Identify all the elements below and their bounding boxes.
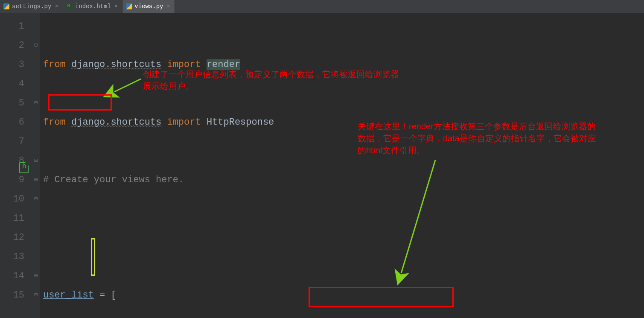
change-marker bbox=[91, 238, 95, 276]
code-area[interactable]: from django.shortcuts import render from… bbox=[40, 13, 644, 318]
fold-icon[interactable]: ⊟ bbox=[32, 170, 40, 190]
fold-icon[interactable]: ⊟ bbox=[32, 286, 40, 305]
code-editor[interactable]: 1 2 3 4 5 6 7 8 9 10 11 12 13 14 15 ⊟ ⊟ … bbox=[0, 13, 644, 318]
fold-icon[interactable]: ⊟ bbox=[32, 151, 40, 170]
tab-label: views.py bbox=[134, 3, 163, 10]
fold-icon[interactable]: ⊟ bbox=[32, 190, 40, 209]
close-icon[interactable]: × bbox=[166, 3, 171, 10]
code-line: user_list = [ bbox=[43, 286, 644, 305]
code-line: # Create your views here. bbox=[43, 170, 644, 190]
fold-gutter: ⊟ ⊟ ⊟ ⊟ ⊟ ⊟ ⊟ bbox=[32, 13, 40, 318]
tab-index-html[interactable]: index.html × bbox=[63, 0, 122, 13]
tab-views-py[interactable]: views.py × bbox=[122, 0, 175, 13]
annotation-text: 关键在这里！render方法接收第三个参数是后台返回给浏览器的 数据，它是一个字… bbox=[358, 120, 596, 156]
annotation-text: 创建了一个用户信息列表，预定义了两个数据，它将被返回给浏览器 展示给用户。 bbox=[143, 68, 399, 92]
close-icon[interactable]: × bbox=[54, 3, 59, 10]
fold-icon[interactable]: ⊟ bbox=[32, 93, 40, 113]
tab-label: settings.py bbox=[12, 3, 51, 10]
tab-settings-py[interactable]: settings.py × bbox=[0, 0, 63, 13]
code-line bbox=[43, 228, 644, 247]
close-icon[interactable]: × bbox=[114, 3, 119, 10]
html-icon bbox=[67, 3, 73, 9]
python-icon bbox=[3, 3, 9, 9]
fold-icon[interactable]: ⊟ bbox=[32, 266, 40, 286]
tab-bar: settings.py × index.html × views.py × bbox=[0, 0, 644, 13]
tab-label: index.html bbox=[75, 3, 111, 10]
html-file-icon bbox=[19, 162, 29, 173]
python-icon bbox=[126, 3, 132, 9]
fold-icon[interactable]: ⊟ bbox=[32, 36, 40, 55]
